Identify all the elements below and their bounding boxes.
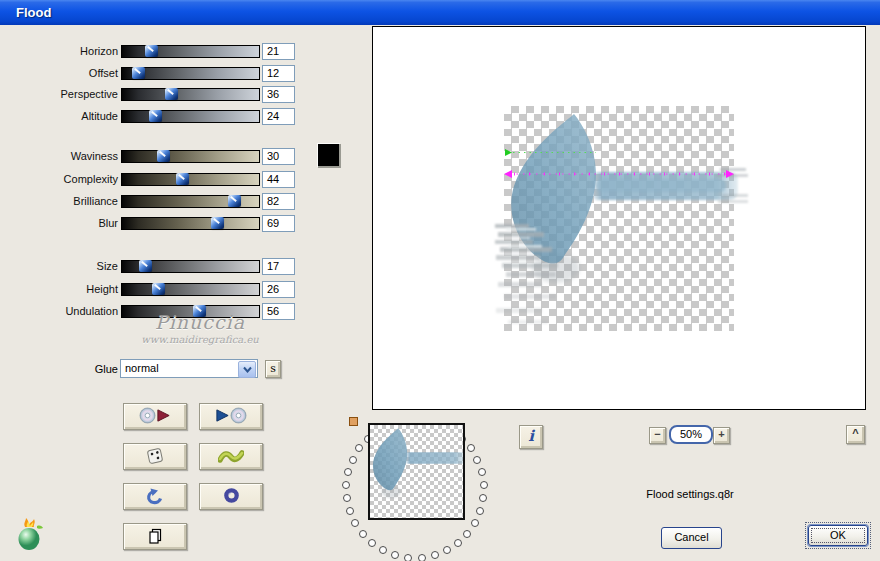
ok-button-focus-ring: OK [805,522,871,549]
memory-dot[interactable] [467,444,475,452]
cd-icon [139,407,156,426]
dice-icon [145,446,165,468]
slider-thumb[interactable] [211,217,224,229]
slider-value-box[interactable]: 17 [262,258,295,275]
memory-dot[interactable] [379,546,387,554]
preview-area[interactable] [372,26,866,410]
cancel-button[interactable]: Cancel [661,527,722,549]
green-squiggle-icon [218,448,244,466]
glue-selected-value: normal [125,362,159,374]
blue-ring-icon [223,487,240,506]
slider-label: Height [8,282,118,297]
s-button[interactable]: s [265,360,281,378]
slider-thumb[interactable] [157,150,170,162]
pages-icon [146,527,164,547]
memory-dot[interactable] [454,539,462,547]
cd-icon [230,407,247,426]
memory-dot[interactable] [476,507,484,515]
title-bar: Flood [0,0,880,25]
caret-up-button[interactable]: ^ [846,425,865,444]
copy-button[interactable] [123,523,187,550]
memory-dot[interactable] [443,546,451,554]
slider-thumb[interactable] [139,260,152,272]
slider-track[interactable] [121,45,260,58]
slider-thumb[interactable] [165,88,178,100]
memory-dot[interactable] [391,551,399,559]
glue-dropdown[interactable]: normal [120,359,258,378]
memory-dot[interactable] [349,456,357,464]
memory-dot[interactable] [463,530,471,538]
memory-dot[interactable] [473,456,481,464]
memory-dot[interactable] [471,519,479,527]
slider-value-box[interactable]: 69 [262,215,295,232]
slider-track[interactable] [121,110,260,123]
zoom-out-button[interactable]: − [649,427,666,444]
save-settings-button[interactable] [199,403,263,430]
slider-label: Complexity [8,172,118,187]
zoom-level: 50% [669,425,713,444]
color-swatch[interactable] [318,144,341,168]
slider-value-box[interactable]: 21 [262,43,295,60]
slider-value-box[interactable]: 30 [262,148,295,165]
slider-label: Offset [8,66,118,81]
slider-value-box[interactable]: 82 [262,193,295,210]
slider-value-box[interactable]: 12 [262,65,295,82]
glue-label: Glue [40,362,118,377]
slider-value-box[interactable]: 44 [262,171,295,188]
slider-track[interactable] [121,195,260,208]
memory-dot[interactable] [478,468,486,476]
slider-thumb[interactable] [145,45,158,57]
slider-track[interactable] [121,173,260,186]
memory-dot[interactable] [404,554,412,561]
undo-button[interactable] [123,483,187,510]
slider-value-box[interactable]: 24 [262,108,295,125]
ok-button[interactable]: OK [808,525,868,546]
memory-dot[interactable] [344,468,352,476]
memory-dot[interactable] [355,444,363,452]
slider-track[interactable] [121,88,260,101]
memory-dot[interactable] [343,494,351,502]
slider-label: Altitude [8,109,118,124]
ring-handle[interactable] [349,417,358,426]
slider-label: Waviness [8,149,118,164]
memory-dot[interactable] [342,481,350,489]
settings-filename: Flood settings.q8r [600,488,780,500]
reset-button[interactable] [199,483,263,510]
memory-dot[interactable] [480,481,488,489]
flood-dialog: Flood Horizon 21 Offset 12 Perspective 3… [0,0,880,561]
slider-track[interactable] [121,260,260,273]
slider-track[interactable] [121,283,260,296]
flood-shape [495,114,748,324]
slider-value-box[interactable]: 36 [262,86,295,103]
randomize-button[interactable] [123,443,187,470]
flood-image-preview [504,106,734,331]
memory-dot[interactable] [346,507,354,515]
memory-dot[interactable] [368,539,376,547]
slider-thumb[interactable] [228,195,241,207]
watermark-name: Pinuccia [110,311,290,333]
thumbnail-shape [370,425,463,518]
info-button[interactable]: i [519,425,543,449]
preview-thumbnail[interactable] [368,423,465,520]
blue-play-arrow-icon [215,408,230,425]
memory-dot[interactable] [431,551,439,559]
memory-dot[interactable] [418,554,426,561]
zoom-in-button[interactable]: + [713,427,730,444]
open-settings-button[interactable] [123,403,187,430]
random-wave-button[interactable] [199,443,263,470]
slider-thumb[interactable] [149,110,162,122]
slider-thumb[interactable] [152,283,165,295]
memory-dot[interactable] [351,519,359,527]
slider-value-box[interactable]: 26 [262,281,295,298]
window-title: Flood [16,0,51,25]
memory-dot[interactable] [479,494,487,502]
slider-track[interactable] [121,67,260,80]
slider-track[interactable] [121,150,260,163]
slider-thumb[interactable] [132,67,145,79]
slider-label: Horizon [8,44,118,59]
flaming-pear-logo-icon[interactable] [15,517,47,553]
slider-thumb[interactable] [176,173,189,185]
memory-dot[interactable] [359,530,367,538]
slider-track[interactable] [121,217,260,230]
chevron-down-icon[interactable] [238,361,256,378]
